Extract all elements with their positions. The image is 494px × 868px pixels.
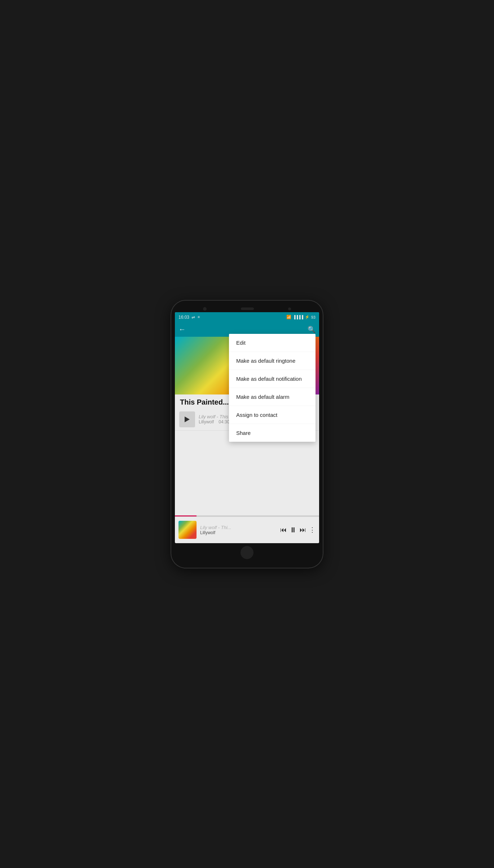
menu-item-ringtone[interactable]: Make as default ringtone bbox=[229, 352, 316, 370]
menu-item-notification[interactable]: Make as default notification bbox=[229, 370, 316, 388]
home-button[interactable] bbox=[241, 546, 253, 559]
menu-item-share[interactable]: Share bbox=[229, 424, 316, 442]
context-menu: Edit Make as default ringtone Make as de… bbox=[229, 334, 316, 442]
menu-item-alarm[interactable]: Make as default alarm bbox=[229, 388, 316, 406]
menu-item-edit[interactable]: Edit bbox=[229, 334, 316, 352]
screen: 16:03 ⇌ ✳ 📶 ▐▐▐▐ ⚡ 93 ← 🔍 This Painted..… bbox=[175, 312, 319, 543]
phone-frame: 16:03 ⇌ ✳ 📶 ▐▐▐▐ ⚡ 93 ← 🔍 This Painted..… bbox=[171, 301, 323, 568]
sensor-dot bbox=[288, 307, 291, 310]
speaker-grille bbox=[241, 307, 254, 310]
camera-dot bbox=[203, 307, 207, 311]
menu-item-contact[interactable]: Assign to contact bbox=[229, 406, 316, 424]
